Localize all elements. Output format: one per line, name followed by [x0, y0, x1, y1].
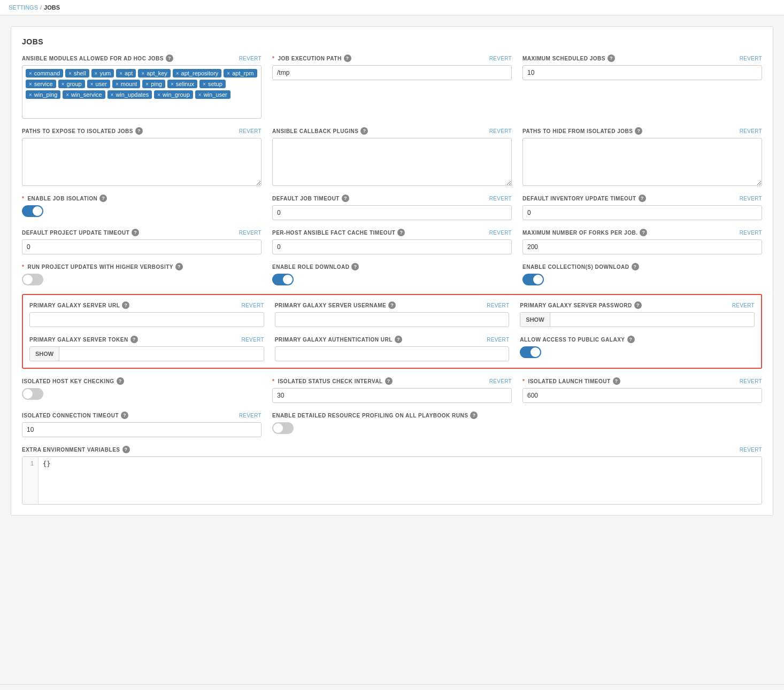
- galaxy-server-password-show-btn[interactable]: SHOW: [520, 313, 550, 327]
- tag-user: ×user: [87, 80, 110, 88]
- isolated-connection-timeout-revert[interactable]: REVERT: [239, 413, 262, 418]
- run-project-updates-help-icon[interactable]: ?: [175, 263, 183, 270]
- default-project-update-timeout-label: DEFAULT PROJECT UPDATE TIMEOUT ?: [22, 229, 139, 236]
- isolated-launch-timeout-input[interactable]: [522, 388, 762, 403]
- tag-win-service: ×win_service: [63, 90, 105, 99]
- galaxy-server-token-input-wrapper: SHOW: [29, 346, 264, 361]
- galaxy-server-username-group: PRIMARY GALAXY SERVER USERNAME ? REVERT: [275, 301, 510, 327]
- isolated-launch-timeout-revert[interactable]: REVERT: [740, 378, 762, 384]
- galaxy-server-token-help-icon[interactable]: ?: [130, 336, 138, 343]
- galaxy-server-password-input[interactable]: [550, 313, 754, 327]
- enable-role-download-toggle[interactable]: [272, 274, 294, 285]
- isolated-status-check-interval-help-icon[interactable]: ?: [385, 377, 393, 385]
- enable-role-download-help-icon[interactable]: ?: [351, 263, 359, 270]
- galaxy-server-url-input[interactable]: [29, 312, 264, 327]
- default-inventory-update-timeout-label: DEFAULT INVENTORY UPDATE TIMEOUT ?: [522, 195, 646, 202]
- enable-detailed-resource-profiling-toggle[interactable]: [272, 422, 294, 434]
- galaxy-auth-url-input[interactable]: [275, 346, 510, 361]
- paths-to-expose-textarea[interactable]: [22, 138, 262, 186]
- galaxy-server-token-revert[interactable]: REVERT: [241, 337, 264, 343]
- maximum-forks-input[interactable]: [522, 239, 762, 254]
- ansible-callback-plugins-help-icon[interactable]: ?: [360, 127, 368, 135]
- tag-command: ×command: [26, 69, 63, 77]
- per-host-fact-cache-timeout-input[interactable]: [272, 239, 512, 254]
- tag-apt-rpm: ×apt_rpm: [224, 69, 257, 77]
- galaxy-server-username-label: PRIMARY GALAXY SERVER USERNAME ?: [275, 301, 396, 309]
- paths-to-expose-label: PATHS TO EXPOSE TO ISOLATED JOBS ?: [22, 127, 143, 135]
- tag-apt-key: ×apt_key: [138, 69, 170, 77]
- extra-environment-variables-editor[interactable]: 1 {}: [22, 456, 762, 505]
- enable-detailed-resource-profiling-help-icon[interactable]: ?: [470, 412, 478, 419]
- galaxy-server-url-group: PRIMARY GALAXY SERVER URL ? REVERT: [29, 301, 264, 327]
- default-inventory-update-timeout-revert[interactable]: REVERT: [740, 196, 762, 201]
- galaxy-server-token-input[interactable]: [59, 347, 263, 361]
- maximum-scheduled-jobs-label: MAXIMUM SCHEDULED JOBS ?: [522, 55, 615, 62]
- isolated-connection-timeout-input[interactable]: [22, 422, 262, 437]
- galaxy-server-password-help-icon[interactable]: ?: [634, 301, 642, 309]
- enable-detailed-resource-profiling-group: ENABLE DETAILED RESOURCE PROFILING ON AL…: [272, 412, 762, 437]
- galaxy-server-password-revert[interactable]: REVERT: [732, 303, 755, 308]
- maximum-forks-help-icon[interactable]: ?: [640, 229, 647, 236]
- isolated-status-check-interval-input[interactable]: [272, 388, 512, 403]
- galaxy-server-username-help-icon[interactable]: ?: [388, 301, 396, 309]
- galaxy-auth-url-revert[interactable]: REVERT: [487, 337, 509, 343]
- line-numbers: 1: [22, 457, 39, 504]
- enable-collections-download-toggle[interactable]: [522, 274, 544, 285]
- job-execution-path-help-icon[interactable]: ?: [344, 55, 351, 62]
- paths-to-hide-group: PATHS TO HIDE FROM ISOLATED JOBS ? REVER…: [522, 127, 762, 186]
- default-project-update-timeout-input[interactable]: [22, 239, 262, 254]
- per-host-fact-cache-timeout-help-icon[interactable]: ?: [397, 229, 405, 236]
- default-job-timeout-input[interactable]: [272, 205, 512, 220]
- enable-job-isolation-help-icon[interactable]: ?: [99, 195, 107, 202]
- isolated-host-key-checking-toggle[interactable]: [22, 388, 43, 400]
- per-host-fact-cache-timeout-revert[interactable]: REVERT: [489, 230, 512, 236]
- allow-public-galaxy-help-icon[interactable]: ?: [627, 336, 635, 343]
- paths-to-hide-textarea[interactable]: [522, 138, 762, 186]
- galaxy-server-username-input[interactable]: [275, 312, 510, 327]
- run-project-updates-toggle[interactable]: [22, 274, 43, 285]
- enable-collections-download-help-icon[interactable]: ?: [632, 263, 639, 270]
- isolated-status-check-interval-label: * ISOLATED STATUS CHECK INTERVAL ?: [272, 377, 393, 385]
- galaxy-server-token-show-btn[interactable]: SHOW: [30, 347, 59, 361]
- paths-to-hide-revert[interactable]: REVERT: [740, 128, 762, 134]
- default-job-timeout-help-icon[interactable]: ?: [342, 195, 349, 202]
- paths-to-expose-revert[interactable]: REVERT: [239, 128, 262, 134]
- galaxy-server-username-revert[interactable]: REVERT: [487, 303, 509, 308]
- ansible-modules-revert[interactable]: REVERT: [239, 56, 262, 61]
- galaxy-server-url-revert[interactable]: REVERT: [241, 303, 264, 308]
- enable-job-isolation-toggle[interactable]: [22, 205, 43, 217]
- ansible-callback-plugins-textarea[interactable]: [272, 138, 512, 186]
- ansible-modules-help-icon[interactable]: ?: [166, 55, 173, 62]
- ansible-callback-plugins-revert[interactable]: REVERT: [489, 128, 512, 134]
- extra-environment-variables-revert[interactable]: REVERT: [740, 447, 762, 453]
- job-execution-path-input[interactable]: [272, 65, 512, 80]
- paths-to-expose-help-icon[interactable]: ?: [135, 127, 143, 135]
- default-job-timeout-revert[interactable]: REVERT: [489, 196, 512, 201]
- paths-to-hide-help-icon[interactable]: ?: [635, 127, 642, 135]
- isolated-connection-timeout-help-icon[interactable]: ?: [121, 412, 128, 419]
- job-execution-path-revert[interactable]: REVERT: [489, 56, 512, 61]
- maximum-forks-label: MAXIMUM NUMBER OF FORKS PER JOB. ?: [522, 229, 647, 236]
- maximum-forks-revert[interactable]: REVERT: [740, 230, 762, 236]
- isolated-status-check-interval-revert[interactable]: REVERT: [489, 378, 512, 384]
- maximum-scheduled-jobs-input[interactable]: [522, 65, 762, 80]
- maximum-forks-group: MAXIMUM NUMBER OF FORKS PER JOB. ? REVER…: [522, 229, 762, 254]
- galaxy-server-url-help-icon[interactable]: ?: [122, 301, 129, 309]
- allow-public-galaxy-toggle[interactable]: [520, 346, 541, 358]
- settings-link[interactable]: SETTINGS: [9, 4, 38, 11]
- isolated-host-key-checking-help-icon[interactable]: ?: [117, 377, 124, 385]
- ansible-modules-group: ANSIBLE MODULES ALLOWED FOR AD HOC JOBS …: [22, 55, 262, 119]
- isolated-launch-timeout-help-icon[interactable]: ?: [613, 377, 620, 385]
- allow-public-galaxy-label: ALLOW ACCESS TO PUBLIC GALAXY ?: [520, 336, 755, 343]
- maximum-scheduled-jobs-help-icon[interactable]: ?: [608, 55, 615, 62]
- galaxy-server-url-label: PRIMARY GALAXY SERVER URL ?: [29, 301, 129, 309]
- code-content[interactable]: {}: [39, 457, 762, 504]
- default-inventory-update-timeout-input[interactable]: [522, 205, 762, 220]
- tag-win-updates: ×win_updates: [107, 90, 152, 99]
- default-inventory-update-timeout-help-icon[interactable]: ?: [639, 195, 646, 202]
- galaxy-auth-url-help-icon[interactable]: ?: [395, 336, 402, 343]
- maximum-scheduled-jobs-revert[interactable]: REVERT: [740, 56, 762, 61]
- extra-environment-variables-help-icon[interactable]: ?: [122, 446, 130, 453]
- default-project-update-timeout-revert[interactable]: REVERT: [239, 230, 262, 236]
- default-project-update-timeout-help-icon[interactable]: ?: [132, 229, 139, 236]
